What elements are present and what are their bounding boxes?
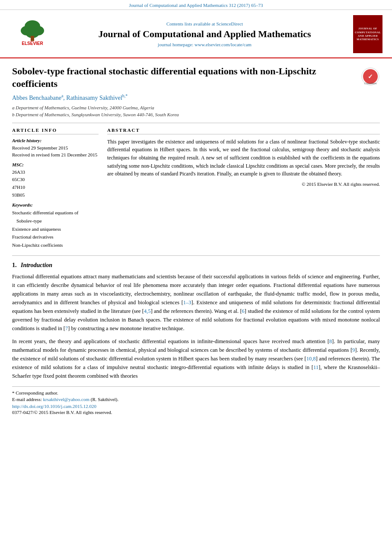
msc-codes: 26A33 65C30 47H10 93B05	[12, 169, 99, 199]
article-info-title: ARTICLE INFO	[12, 127, 99, 134]
email-link[interactable]: krsakthivel@yahoo.com	[43, 397, 89, 402]
svg-text:✓: ✓	[368, 73, 373, 80]
journal-cover-image: JOURNAL OF COMPUTATIONAL AND APPLIED MAT…	[353, 15, 382, 53]
doi-link[interactable]: http://dx.doi.org/10.1016/j.cam.2015.12.…	[12, 404, 96, 409]
corresponding-label: * Corresponding author.	[12, 390, 380, 395]
received-date: Received 29 September 2015	[12, 144, 99, 152]
history-label: Article history:	[12, 138, 99, 143]
email-line: E-mail address: krsakthivel@yahoo.com (R…	[12, 397, 380, 402]
journal-header: ELSEVIER Contents lists available at Sci…	[0, 10, 392, 58]
issn-text: 0377-0427/© 2015 Elsevier B.V. All right…	[12, 410, 112, 415]
header-center: Contents lists available at ScienceDirec…	[63, 21, 346, 48]
article-info-col: ARTICLE INFO Article history: Received 2…	[12, 127, 99, 249]
journal-title: Journal of Computational and Applied Mat…	[63, 28, 346, 41]
footnote-section: * Corresponding author. E-mail address: …	[12, 386, 380, 415]
svg-text:ELSEVIER: ELSEVIER	[22, 41, 43, 46]
svg-rect-5	[31, 36, 34, 41]
two-col-section: ARTICLE INFO Article history: Received 2…	[12, 127, 380, 249]
contents-line: Contents lists available at ScienceDirec…	[63, 21, 346, 26]
abstract-title: ABSTRACT	[107, 127, 380, 134]
journal-cover: JOURNAL OF COMPUTATIONAL AND APPLIED MAT…	[353, 15, 383, 53]
intro-para1: Fractional differential equations attrac…	[12, 272, 380, 333]
abstract-text: This paper investigates the existence an…	[107, 138, 380, 178]
journal-citation: Journal of Computational and Applied Mat…	[0, 0, 392, 10]
article-title: Sobolev-type fractional stochastic diffe…	[12, 65, 357, 90]
keywords-label: Keywords:	[12, 202, 99, 207]
crossmark[interactable]: ✓ CrossMark	[361, 67, 380, 88]
section-divider	[12, 255, 380, 256]
article-title-section: Sobolev-type fractional stochastic diffe…	[12, 65, 380, 90]
elsevier-logo: ELSEVIER	[9, 18, 56, 51]
header-divider	[12, 123, 380, 123]
intro-para2: In recent years, the theory and applicat…	[12, 337, 380, 380]
affiliations: a Department of Mathematics, Guelma Univ…	[12, 104, 380, 118]
authors: Abbes Benchaabanea, Rathinasamy Sakthive…	[12, 93, 380, 102]
abstract-col: ABSTRACT This paper investigates the exi…	[107, 127, 380, 249]
copyright: © 2015 Elsevier B.V. All rights reserved…	[107, 182, 380, 187]
keywords-list: Stochastic differential equations of Sob…	[12, 209, 99, 249]
msc-label: MSC:	[12, 162, 99, 167]
received-revised-date: Received in revised form 21 December 201…	[12, 151, 99, 159]
intro-heading: 1. Introduction	[12, 262, 380, 269]
journal-homepage: journal homepage: www.elsevier.com/locat…	[63, 42, 346, 47]
main-content: Sobolev-type fractional stochastic diffe…	[0, 58, 392, 422]
svg-text:CrossMark: CrossMark	[364, 82, 377, 85]
